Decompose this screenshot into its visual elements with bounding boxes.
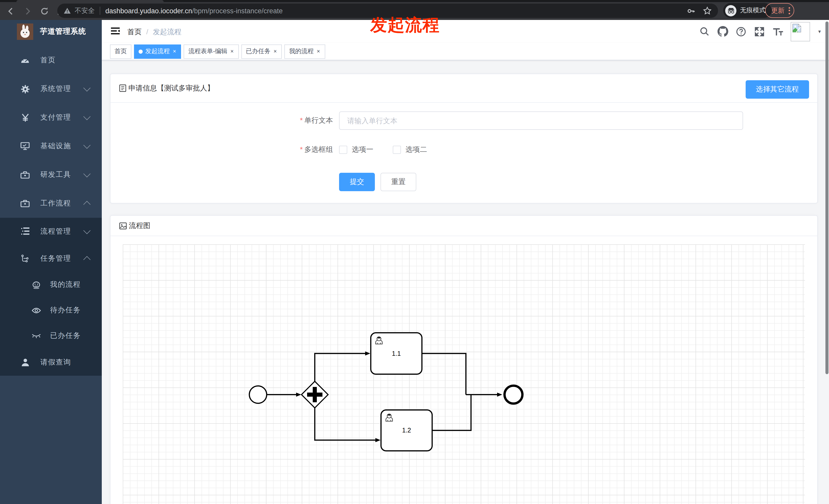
- close-icon[interactable]: ×: [230, 48, 234, 55]
- tab-start-process[interactable]: 发起流程 ×: [134, 44, 181, 59]
- workflow-submenu: 流程管理 任务管理 我的流程: [0, 218, 102, 376]
- flow-card-header: 流程图: [110, 216, 817, 236]
- bpmn-user-task-2[interactable]: 1.2: [381, 410, 432, 451]
- update-label: 更新: [771, 6, 785, 15]
- page-root: 不安全 dashboard.yudao.iocoder.cn/bpm/proce…: [0, 0, 829, 504]
- chevron-down-icon: [83, 142, 91, 149]
- url-host: dashboard.yudao.iocoder.cn: [105, 7, 192, 14]
- bookmark-star-icon[interactable]: [703, 6, 712, 15]
- sidebar-item-home[interactable]: 首页: [0, 46, 102, 75]
- page-scrollbar[interactable]: [825, 22, 828, 374]
- help-icon[interactable]: [735, 26, 747, 37]
- flow-card-title: 流程图: [129, 221, 150, 230]
- font-size-icon[interactable]: [772, 26, 784, 37]
- search-icon[interactable]: [698, 26, 710, 37]
- sidebar-menu: 首页 系统管理 支付管理 基础设施: [0, 46, 102, 376]
- flow-gateway-to-task2: [315, 408, 375, 440]
- tab-form-edit[interactable]: 流程表单-编辑 ×: [184, 44, 239, 59]
- flow-task1-out: [422, 353, 466, 395]
- avatar-caret-icon[interactable]: ▾: [818, 29, 821, 34]
- chevron-up-icon: [83, 256, 91, 263]
- submit-button[interactable]: 提交: [339, 173, 375, 191]
- sidebar-item-todo-tasks[interactable]: 待办任务: [0, 298, 102, 323]
- form-row-text: *单行文本: [110, 111, 817, 130]
- reset-button[interactable]: 重置: [381, 173, 416, 191]
- close-icon[interactable]: ×: [316, 48, 321, 55]
- bpmn-canvas[interactable]: 1.1 1.2: [123, 244, 805, 504]
- toolbox-icon: [21, 171, 30, 179]
- tags-view-bar: 首页 发起流程 × 流程表单-编辑 × 已办任务 × 我的流程 ×: [102, 43, 829, 60]
- app-title: 芋道管理系统: [40, 27, 86, 36]
- avatar[interactable]: [791, 22, 810, 41]
- sidebar-item-workflow[interactable]: 工作流程: [0, 189, 102, 218]
- annotation-text: 发起流程: [370, 14, 440, 37]
- bpmn-end-event[interactable]: [505, 386, 522, 403]
- monitor-icon: [21, 142, 30, 150]
- sidebar: 芋道管理系统 首页 系统管理 支付管理: [0, 20, 102, 504]
- fullscreen-icon[interactable]: [754, 26, 765, 37]
- bpmn-start-event[interactable]: [249, 386, 267, 403]
- field-label: *多选框组: [110, 145, 339, 154]
- url-path: /bpm/process-instance/create: [192, 7, 283, 14]
- required-asterisk: *: [300, 116, 303, 124]
- flow-gateway-to-task1: [315, 353, 365, 381]
- sidebar-item-task-mgmt[interactable]: 任务管理: [0, 245, 102, 272]
- bpmn-parallel-gateway[interactable]: [301, 381, 328, 408]
- divider: [100, 7, 100, 15]
- apply-info-card: 申请信息【测试多审批人】 选择其它流程 *单行文本 *多选框组 选项一 选项二 …: [110, 74, 818, 203]
- broken-image-icon: [792, 23, 801, 33]
- list-icon: [21, 228, 30, 235]
- tab-my-process[interactable]: 我的流程 ×: [285, 44, 325, 59]
- browser-menu-icon[interactable]: [789, 7, 790, 14]
- robot-face-icon: [32, 281, 41, 288]
- breadcrumb-separator: /: [146, 28, 148, 36]
- back-button[interactable]: [5, 5, 17, 17]
- sidebar-item-process-mgmt[interactable]: 流程管理: [0, 218, 102, 245]
- checkbox-option-1[interactable]: 选项一: [339, 145, 373, 154]
- not-secure-icon: [63, 7, 71, 14]
- tab-done-tasks[interactable]: 已办任务 ×: [241, 44, 282, 59]
- browser-update-button[interactable]: 更新: [765, 3, 794, 18]
- reload-button[interactable]: [38, 5, 50, 17]
- sidebar-item-leave-query[interactable]: 请假查询: [0, 349, 102, 376]
- sidebar-item-system[interactable]: 系统管理: [0, 75, 102, 103]
- app-logo-row[interactable]: 芋道管理系统: [0, 20, 102, 43]
- github-icon[interactable]: [717, 26, 728, 37]
- breadcrumb-current: 发起流程: [153, 28, 182, 36]
- sidebar-item-payment[interactable]: 支付管理: [0, 103, 102, 132]
- breadcrumb: 首页/发起流程: [127, 28, 182, 37]
- bpmn-diagram: 1.1 1.2: [123, 244, 805, 504]
- checkbox-icon[interactable]: [393, 146, 401, 154]
- sidebar-item-my-process[interactable]: 我的流程: [0, 272, 102, 298]
- bpmn-user-task-1[interactable]: 1.1: [371, 333, 422, 374]
- flow-task2-out: [432, 395, 471, 430]
- sidebar-item-done-tasks[interactable]: 已办任务: [0, 323, 102, 349]
- task-tree-icon: [21, 255, 30, 262]
- browser-active-tab[interactable]: [16, 0, 164, 2]
- forward-button[interactable]: [22, 5, 34, 17]
- close-icon[interactable]: ×: [172, 48, 177, 55]
- chevron-down-icon: [83, 170, 91, 178]
- chevron-down-icon: [83, 227, 91, 234]
- dashboard-icon: [21, 56, 30, 65]
- apply-card-header: 申请信息【测试多审批人】: [110, 74, 817, 103]
- password-key-icon[interactable]: [687, 6, 695, 15]
- sidebar-item-infra[interactable]: 基础设施: [0, 132, 102, 160]
- form-row-checkbox: *多选框组 选项一 选项二: [110, 145, 817, 154]
- sidebar-collapse-button[interactable]: [110, 26, 120, 36]
- checkbox-option-2[interactable]: 选项二: [393, 145, 427, 154]
- task2-label: 1.2: [402, 427, 411, 434]
- chevron-up-icon: [83, 201, 91, 208]
- active-dot-icon: [139, 49, 143, 53]
- incognito-label: 无痕模式: [740, 6, 766, 15]
- sidebar-item-devtools[interactable]: 研发工具: [0, 160, 102, 189]
- checkbox-icon[interactable]: [339, 146, 347, 154]
- single-line-text-input[interactable]: [339, 111, 743, 130]
- tab-home[interactable]: 首页: [110, 44, 132, 59]
- browser-tab-strip: [0, 0, 829, 2]
- app-logo: [17, 23, 33, 40]
- close-icon[interactable]: ×: [273, 48, 278, 55]
- incognito-icon: [725, 5, 736, 16]
- select-other-process-button[interactable]: 选择其它流程: [746, 80, 809, 99]
- breadcrumb-home[interactable]: 首页: [127, 28, 142, 36]
